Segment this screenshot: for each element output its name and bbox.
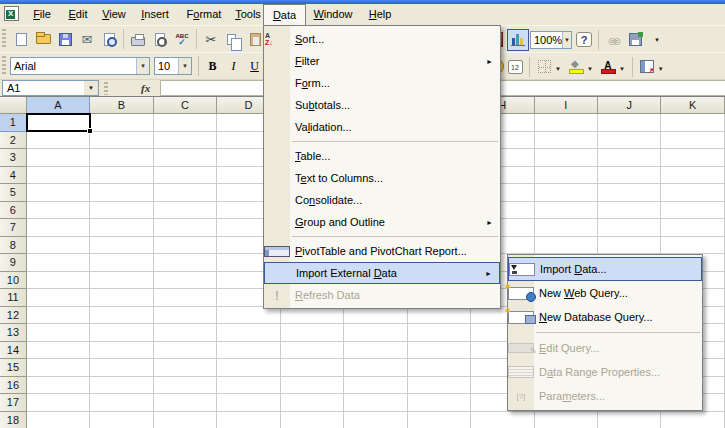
- addin-save-button[interactable]: [624, 29, 646, 51]
- cell-I7[interactable]: [535, 219, 598, 237]
- cell-B7[interactable]: [90, 219, 153, 237]
- cell-F12[interactable]: [344, 307, 407, 325]
- row-header-6[interactable]: 6: [0, 202, 27, 220]
- cell-J6[interactable]: [598, 202, 661, 220]
- cell-D18[interactable]: [217, 412, 280, 428]
- cell-F18[interactable]: [344, 412, 407, 428]
- cell-J7[interactable]: [598, 219, 661, 237]
- chevron-down-icon[interactable]: [178, 58, 191, 74]
- cell-A10[interactable]: [27, 272, 90, 290]
- row-header-16[interactable]: 16: [0, 377, 27, 395]
- cell-E15[interactable]: [281, 359, 344, 377]
- chart-wizard-button[interactable]: [507, 29, 529, 51]
- data-menu-item-table[interactable]: Table...: [264, 145, 500, 167]
- row-header-18[interactable]: 18: [0, 412, 27, 428]
- row-header-1[interactable]: 1: [0, 114, 27, 132]
- font-color-button[interactable]: A: [597, 56, 619, 78]
- fill-color-button[interactable]: [565, 56, 587, 78]
- cell-D13[interactable]: [217, 324, 280, 342]
- fill-color-dropdown-arrow[interactable]: [587, 61, 593, 73]
- cell-C13[interactable]: [154, 324, 217, 342]
- cell-B6[interactable]: [90, 202, 153, 220]
- cell-K7[interactable]: [661, 219, 724, 237]
- cell-K4[interactable]: [661, 167, 724, 185]
- row-header-9[interactable]: 9: [0, 254, 27, 272]
- cell-C1[interactable]: [154, 114, 217, 132]
- addin-circles-button[interactable]: [602, 29, 624, 51]
- open-button[interactable]: [32, 28, 54, 50]
- toolbar-drag-handle[interactable]: [2, 29, 6, 49]
- insert-function-button[interactable]: fx: [141, 82, 150, 94]
- cell-C17[interactable]: [154, 394, 217, 412]
- data-menu-item-sort[interactable]: Sort...: [264, 28, 500, 50]
- cell-H18[interactable]: [471, 412, 534, 428]
- column-header-J[interactable]: J: [598, 97, 661, 114]
- column-header-A[interactable]: A: [27, 97, 90, 114]
- cell-C10[interactable]: [154, 272, 217, 290]
- cell-C4[interactable]: [154, 167, 217, 185]
- menubar-item-help[interactable]: Help: [360, 4, 400, 25]
- zoom-select[interactable]: 100%: [530, 31, 572, 49]
- cell-A4[interactable]: [27, 167, 90, 185]
- save-button[interactable]: [54, 28, 76, 50]
- cell-A17[interactable]: [27, 394, 90, 412]
- cell-A7[interactable]: [27, 219, 90, 237]
- cell-I3[interactable]: [535, 149, 598, 167]
- cell-A18[interactable]: [27, 412, 90, 428]
- cell-C9[interactable]: [154, 254, 217, 272]
- cell-B18[interactable]: [90, 412, 153, 428]
- cut-button[interactable]: [200, 28, 222, 50]
- email-button[interactable]: [76, 28, 98, 50]
- column-header-B[interactable]: B: [90, 97, 153, 114]
- cell-B8[interactable]: [90, 237, 153, 255]
- row-header-5[interactable]: 5: [0, 184, 27, 202]
- row-header-15[interactable]: 15: [0, 359, 27, 377]
- cell-A8[interactable]: [27, 237, 90, 255]
- cell-A2[interactable]: [27, 132, 90, 150]
- cell-B5[interactable]: [90, 184, 153, 202]
- cell-J8[interactable]: [598, 237, 661, 255]
- cell-B11[interactable]: [90, 289, 153, 307]
- cell-G18[interactable]: [408, 412, 471, 428]
- cell-F13[interactable]: [344, 324, 407, 342]
- cell-E16[interactable]: [281, 377, 344, 395]
- cell-E17[interactable]: [281, 394, 344, 412]
- cell-F15[interactable]: [344, 359, 407, 377]
- column-header-I[interactable]: I: [535, 97, 598, 114]
- cell-F16[interactable]: [344, 377, 407, 395]
- cell-I4[interactable]: [535, 167, 598, 185]
- name-box[interactable]: A1: [2, 80, 99, 96]
- column-header-K[interactable]: K: [661, 97, 724, 114]
- cell-B12[interactable]: [90, 307, 153, 325]
- search-button[interactable]: [98, 28, 120, 50]
- cell-I1[interactable]: [535, 114, 598, 132]
- cell-C12[interactable]: [154, 307, 217, 325]
- select-all-corner[interactable]: [0, 97, 27, 114]
- cell-E14[interactable]: [281, 342, 344, 360]
- cell-G13[interactable]: [408, 324, 471, 342]
- data-menu-item-validation[interactable]: Validation...: [264, 116, 500, 138]
- cell-A9[interactable]: [27, 254, 90, 272]
- cell-K3[interactable]: [661, 149, 724, 167]
- cell-B13[interactable]: [90, 324, 153, 342]
- active-cell-selection[interactable]: [26, 113, 91, 132]
- cell-I5[interactable]: [535, 184, 598, 202]
- data-menu-item-consolidate[interactable]: Consolidate...: [264, 189, 500, 211]
- cell-I8[interactable]: [535, 237, 598, 255]
- cell-D15[interactable]: [217, 359, 280, 377]
- toolbar-drag-handle[interactable]: [2, 56, 6, 76]
- cell-C14[interactable]: [154, 342, 217, 360]
- borders-button[interactable]: [533, 56, 555, 78]
- cell-A13[interactable]: [27, 324, 90, 342]
- cell-E13[interactable]: [281, 324, 344, 342]
- data-menu-item-form[interactable]: Form...: [264, 72, 500, 94]
- cell-A11[interactable]: [27, 289, 90, 307]
- italic-button[interactable]: I: [223, 56, 244, 77]
- cell-C18[interactable]: [154, 412, 217, 428]
- cell-C8[interactable]: [154, 237, 217, 255]
- menubar-item-insert[interactable]: Insert: [132, 4, 178, 25]
- cell-B15[interactable]: [90, 359, 153, 377]
- row-header-10[interactable]: 10: [0, 272, 27, 290]
- row-header-2[interactable]: 2: [0, 132, 27, 150]
- menubar-item-view[interactable]: View: [94, 4, 134, 25]
